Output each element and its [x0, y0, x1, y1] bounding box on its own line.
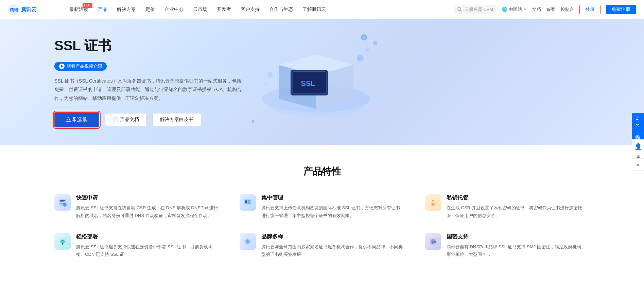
feature-item-4: 轻松部署 腾讯云 SSL 证书服务支持快速在云资源中部署 SSL 证书，目前负载… — [54, 233, 219, 259]
nav-console-link[interactable]: 控制台 — [561, 6, 574, 13]
side-float-panel: 618 采 购 季 👤 联 系 我 们 ▲ — [632, 113, 644, 171]
svg-point-20 — [267, 72, 273, 78]
svg-text:腾讯云: 腾讯云 — [21, 6, 36, 12]
svg-text:腾讯云: 腾讯云 — [9, 7, 19, 13]
feature-icon-4 — [54, 233, 71, 250]
login-button[interactable]: 登录 — [579, 5, 601, 14]
nav-right: 云服务器 CVM 🌐 中国站 ▼ 文档 备案 控制台 登录 免费注册 — [454, 5, 636, 14]
feature-name-5: 品牌多样 — [261, 233, 404, 241]
feature-desc-1: 腾讯云 SSL 证书支持在线自动 CSR 生成；在 DNS 解析或 DNSPod… — [76, 204, 219, 220]
feature-icon-6: SM — [425, 233, 441, 250]
contact-label: 联 系 我 们 — [636, 152, 641, 155]
nav-items: 最新活动 HOT 产品 解决方案 定价 企业中心 云市场 开发者 客户支持 合作… — [65, 0, 454, 19]
feature-content-3: 私钥托管 在生成 CSR 并且设置了私钥密码的证书，将密码作为证书进行加密托管，… — [447, 194, 590, 220]
hero-content: SSL 证书 观看产品视频介绍 SSL 证书（SSL Certificates）… — [54, 36, 245, 127]
search-placeholder: 云服务器 CVM — [465, 6, 493, 13]
feature-content-1: 快速申请 腾讯云 SSL 证书支持在线自动 CSR 生成；在 DNS 解析或 D… — [76, 194, 219, 220]
private-key-icon — [428, 198, 438, 207]
feature-name-3: 私钥托管 — [447, 194, 590, 201]
search-box[interactable]: 云服务器 CVM — [454, 5, 497, 14]
hero-buttons: 立即选购 📄 产品文档 解决方案白皮书 — [54, 112, 245, 127]
svg-line-5 — [460, 10, 462, 12]
feature-item-1: ✓ 快速申请 腾讯云 SSL 证书支持在线自动 CSR 生成；在 DNS 解析或… — [54, 194, 219, 220]
particle-1 — [361, 34, 367, 40]
features-section: 产品特性 ✓ 快速申请 腾讯云 SSL 证书支持在线自动 CSR 生成；在 DN… — [0, 145, 644, 276]
nav-backup-link[interactable]: 备案 — [546, 6, 555, 13]
features-title: 产品特性 — [54, 165, 590, 178]
hero-illustration: SSL — [245, 28, 387, 136]
hot-badge: HOT — [83, 3, 92, 8]
nav-doc-link[interactable]: 文档 — [532, 6, 541, 13]
svg-rect-31 — [248, 200, 250, 201]
svg-marker-34 — [432, 199, 434, 201]
ssl-illustration: SSL — [251, 31, 381, 133]
manage-icon — [243, 198, 253, 207]
nav-item-marketplace[interactable]: 云市场 — [188, 0, 212, 19]
feature-desc-3: 在生成 CSR 并且设置了私钥密码的证书，将密码作为证书进行加密托管，保证用户的… — [447, 204, 590, 220]
nav-item-product[interactable]: 产品 — [93, 0, 112, 19]
svg-text:✓: ✓ — [64, 203, 67, 207]
video-button[interactable]: 观看产品视频介绍 — [54, 62, 107, 71]
svg-point-19 — [355, 46, 359, 50]
whitepaper-button[interactable]: 解决方案白皮书 — [152, 113, 201, 126]
register-button[interactable]: 免费注册 — [606, 5, 636, 14]
nav-item-activity[interactable]: 最新活动 HOT — [65, 0, 93, 19]
nav-item-enterprise[interactable]: 企业中心 — [160, 0, 188, 19]
buy-now-button[interactable]: 立即选购 — [54, 112, 99, 127]
nav-item-solution[interactable]: 解决方案 — [112, 0, 141, 19]
feature-name-4: 轻松部署 — [76, 233, 219, 241]
feature-content-4: 轻松部署 腾讯云 SSL 证书服务支持快速在云资源中部署 SSL 证书，目前负载… — [76, 233, 219, 259]
feature-name-2: 集中管理 — [261, 194, 404, 201]
hero-section: SSL 证书 观看产品视频介绍 SSL 证书（SSL Certificates）… — [0, 19, 644, 145]
nav-item-developer[interactable]: 开发者 — [212, 0, 236, 19]
particle-3 — [251, 120, 254, 123]
contact-button[interactable]: 👤 联 系 我 们 — [632, 139, 644, 158]
svg-rect-33 — [245, 203, 250, 204]
feature-content-2: 集中管理 腾讯云支持上传任意机构签发的国际标准 SSL 证书，方便您对所有证书进… — [261, 194, 404, 220]
svg-rect-32 — [248, 202, 250, 203]
feature-name-1: 快速申请 — [76, 194, 219, 201]
chevron-up-icon: ▲ — [636, 162, 641, 168]
feature-icon-3 — [425, 194, 441, 211]
feature-item-6: SM 国密支持 腾讯云自有 DNSPod 品牌 SSL 证书支持 SM2 国密法… — [425, 233, 590, 259]
chevron-down-icon: ▼ — [523, 7, 527, 11]
svg-point-18 — [365, 47, 369, 52]
promo-button[interactable]: 618 采 购 季 — [632, 113, 644, 139]
globe-icon: 🌐 — [502, 7, 507, 12]
region-selector[interactable]: 🌐 中国站 ▼ — [502, 6, 527, 13]
contact-icon: 👤 — [634, 143, 642, 150]
features-grid: ✓ 快速申请 腾讯云 SSL 证书支持在线自动 CSR 生成；在 DNS 解析或… — [54, 194, 590, 259]
svg-rect-30 — [245, 200, 247, 203]
feature-item-2: 集中管理 腾讯云支持上传任意机构签发的国际标准 SSL 证书，方便您对所有证书进… — [240, 194, 404, 220]
svg-text:SSL: SSL — [301, 79, 315, 88]
svg-point-21 — [263, 82, 267, 85]
feature-item-5: 品牌多样 腾讯云与全球范围内多家知名证书服务机构合作，提供不同品牌、不同类型的证… — [240, 233, 404, 259]
svg-text:SM: SM — [432, 240, 436, 243]
nav-item-about[interactable]: 了解腾讯云 — [298, 0, 331, 19]
feature-desc-6: 腾讯云自有 DNSPod 品牌 SSL 证书支持 SM2 国密法，满足政府机构、… — [447, 243, 590, 259]
deploy-icon — [58, 237, 67, 246]
svg-rect-25 — [60, 201, 64, 202]
product-doc-button[interactable]: 📄 产品文档 — [105, 113, 147, 126]
scroll-top-button[interactable]: ▲ — [632, 159, 644, 171]
doc-icon: 📄 — [112, 117, 118, 122]
logo-icon: 腾讯云 — [8, 4, 19, 15]
feature-desc-5: 腾讯云与全球范围内多家知名证书服务机构合作，提供不同品牌、不同类型的证书购买签发… — [261, 243, 404, 259]
nav-item-pricing[interactable]: 定价 — [141, 0, 160, 19]
particle-2 — [373, 41, 377, 45]
hero-description: SSL 证书（SSL Certificates）又叫服务器证书，腾讯云为您提供证… — [54, 77, 245, 103]
svg-point-4 — [458, 7, 461, 11]
feature-item-3: 私钥托管 在生成 CSR 并且设置了私钥密码的证书，将密码作为证书进行加密托管，… — [425, 194, 590, 220]
nav-item-ecosystem[interactable]: 合作与生态 — [264, 0, 298, 19]
cube-container: SSL — [245, 28, 387, 136]
nav-item-support[interactable]: 客户支持 — [236, 0, 264, 19]
play-icon — [59, 64, 65, 69]
national-crypto-icon: SM — [428, 237, 438, 246]
feature-icon-5 — [240, 233, 256, 250]
hero-title: SSL 证书 — [54, 36, 245, 55]
feature-desc-2: 腾讯云支持上传任意机构签发的国际标准 SSL 证书，方便您对所有证书进行统一管理… — [261, 204, 404, 220]
logo[interactable]: 腾讯云 腾讯云 — [8, 4, 55, 15]
search-icon — [457, 7, 463, 12]
svg-rect-26 — [60, 203, 64, 203]
navbar: 腾讯云 腾讯云 最新活动 HOT 产品 解决方案 定价 企业中心 云市场 开发者 — [0, 0, 644, 19]
